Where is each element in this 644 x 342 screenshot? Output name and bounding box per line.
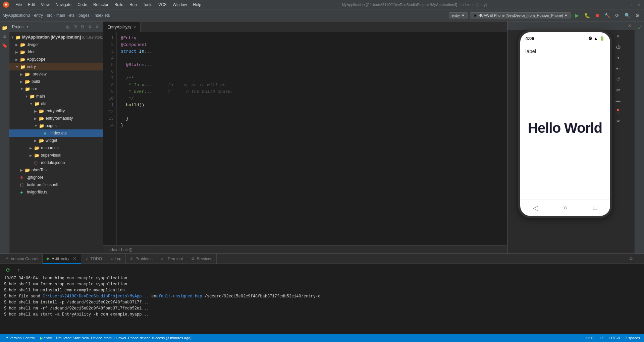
ctrl-menu[interactable]: ≡ bbox=[613, 32, 623, 41]
maximize-button[interactable]: □ bbox=[631, 2, 635, 7]
tree-entry[interactable]: ▼ 📁 entry bbox=[9, 63, 103, 70]
run-settings-button[interactable]: ⚙ bbox=[628, 256, 634, 262]
menu-run[interactable]: Run bbox=[127, 1, 140, 8]
status-line-col[interactable]: 11:12 bbox=[584, 336, 596, 340]
phone-nav-bar[interactable]: ◁ ○ □ bbox=[520, 199, 610, 216]
build-button[interactable]: 🔨 bbox=[603, 11, 611, 19]
bookmarks-icon[interactable]: 🔖 bbox=[1, 42, 8, 49]
breadcrumb-entry[interactable]: entry bbox=[34, 13, 43, 18]
breadcrumb-main[interactable]: main bbox=[56, 13, 65, 18]
run-link-hap[interactable]: efault-unsigned.hap bbox=[156, 294, 202, 299]
tab-problems[interactable]: ⚠ Problems bbox=[126, 254, 157, 264]
tree-gitignore[interactable]: ▶ ⊘ .gitignore bbox=[9, 174, 103, 181]
panel-expand-button[interactable]: ⊞ bbox=[72, 24, 78, 30]
panel-collapse-button[interactable]: ⊟ bbox=[79, 24, 86, 30]
project-icon[interactable]: 📁 bbox=[1, 24, 8, 32]
tree-buildprofile[interactable]: ▶ { } build-profile.json5 bbox=[9, 181, 103, 188]
code-editor[interactable]: 1 2 3 4 5 6 7 8 9 10 11 12 13 14 @Entry … bbox=[103, 32, 507, 245]
ctrl-power[interactable]: ⏻ bbox=[613, 42, 623, 52]
panel-close-button[interactable]: ✕ bbox=[94, 24, 100, 30]
tree-idea[interactable]: ▶ 📂 .idea bbox=[9, 48, 103, 56]
ctrl-wifi[interactable] bbox=[613, 117, 623, 127]
run-close-button[interactable]: — bbox=[635, 256, 641, 262]
tree-widget[interactable]: ▶ 📂 widget bbox=[9, 137, 103, 144]
tab-terminal[interactable]: >_ Terminal bbox=[157, 254, 187, 264]
tree-entryability[interactable]: ▶ 📂 entryability bbox=[9, 107, 103, 115]
menu-edit[interactable]: Edit bbox=[25, 1, 38, 8]
minimize-button[interactable]: — bbox=[625, 2, 629, 7]
tab-close-button[interactable]: × bbox=[133, 24, 136, 30]
menu-view[interactable]: View bbox=[38, 1, 52, 8]
panel-locate-button[interactable]: ◎ bbox=[65, 24, 71, 30]
tree-main[interactable]: ▼ 📁 main bbox=[9, 93, 103, 100]
device-config-dropdown[interactable]: 📱 HUAWEI Phone [NewDevice_from_Huawei_Ph… bbox=[470, 12, 571, 18]
ctrl-location[interactable]: 📍 bbox=[613, 107, 623, 116]
run-tab-close-button[interactable]: ✕ bbox=[73, 256, 77, 261]
ctrl-vol-down[interactable]: ◄ bbox=[613, 53, 623, 62]
tree-appscope[interactable]: ▶ 📂 AppScope bbox=[9, 56, 103, 63]
tree-root[interactable]: ▼ 📁 MyApplication [MyApplication] [C:\Us… bbox=[9, 34, 103, 41]
menu-file[interactable]: File bbox=[13, 1, 24, 8]
search-everywhere-button[interactable]: 🔍 bbox=[623, 11, 631, 19]
ctrl-rotate[interactable]: ↺ bbox=[613, 74, 623, 84]
tree-resources[interactable]: ▶ 📂 resources bbox=[9, 144, 103, 152]
status-encoding[interactable]: UTF-8 bbox=[608, 336, 621, 340]
tree-modulejson5[interactable]: ▶ { } module.json5 bbox=[9, 159, 103, 166]
breadcrumb-src[interactable]: src bbox=[47, 13, 52, 18]
structure-icon[interactable]: ≡ bbox=[1, 33, 8, 40]
breadcrumb-build[interactable]: build() bbox=[121, 247, 132, 252]
status-git[interactable]: ⎇ Version Control bbox=[3, 336, 36, 340]
tree-indexets[interactable]: ▶ ◈ Index.ets bbox=[9, 129, 103, 137]
ctrl-fold[interactable]: ▬ bbox=[613, 96, 623, 105]
tree-ets[interactable]: ▼ 📁 ets bbox=[9, 100, 103, 107]
run-link-path[interactable]: C:\Users\24190\DevEcoStudioProjects\MyAp… bbox=[43, 294, 149, 299]
phone-nav-back-button[interactable]: ◁ bbox=[533, 204, 538, 212]
preview-minimize-button[interactable]: — bbox=[619, 23, 625, 29]
tree-pages[interactable]: ▼ 📁 pages bbox=[9, 122, 103, 129]
preview-close-button[interactable]: ✕ bbox=[627, 23, 633, 29]
tree-ohostest[interactable]: ▶ 📂 ohosTest bbox=[9, 166, 103, 174]
phone-nav-home-button[interactable]: ○ bbox=[564, 204, 568, 212]
tree-src[interactable]: ▼ 📁 src bbox=[9, 85, 103, 93]
code-content[interactable]: @Entry @Component struct In... @State m.… bbox=[117, 32, 507, 245]
breadcrumb-ets[interactable]: ets bbox=[69, 13, 74, 18]
stop-button[interactable]: ⏹ bbox=[593, 11, 601, 19]
menu-navigate[interactable]: Navigate bbox=[53, 1, 74, 8]
menu-tools[interactable]: Tools bbox=[140, 1, 155, 8]
menu-build[interactable]: Build bbox=[112, 1, 126, 8]
panel-settings-button[interactable]: ⚙ bbox=[87, 24, 93, 30]
run-button[interactable]: ▶ bbox=[573, 11, 581, 19]
tab-log[interactable]: ≡ Log bbox=[106, 254, 126, 264]
notifications-icon[interactable]: ✓ bbox=[636, 24, 643, 32]
menu-help[interactable]: Help bbox=[190, 1, 204, 8]
run-scroll-up-button[interactable]: ↑ bbox=[15, 266, 23, 274]
tab-todo[interactable]: ✓ TODO bbox=[81, 254, 106, 264]
menu-code[interactable]: Code bbox=[75, 1, 90, 8]
status-lf[interactable]: LF bbox=[598, 336, 605, 340]
ctrl-vol-up[interactable]: ◄+ bbox=[613, 64, 623, 73]
tab-version-control[interactable]: ⎇ Version Control bbox=[0, 254, 43, 264]
breadcrumb-index[interactable]: Index bbox=[107, 247, 117, 252]
tree-preview[interactable]: ▶ 📂 .preview bbox=[9, 70, 103, 78]
tree-entryformability[interactable]: ▶ 📂 entryformability bbox=[9, 115, 103, 122]
breadcrumb-pages[interactable]: pages bbox=[78, 13, 90, 18]
close-button[interactable]: ✕ bbox=[637, 2, 641, 7]
tab-run[interactable]: ▶ Run entry ✕ bbox=[43, 254, 81, 264]
breadcrumb-app[interactable]: MyApplication3 bbox=[3, 13, 30, 18]
status-spaces[interactable]: 2 spaces bbox=[624, 336, 641, 340]
phone-nav-recent-button[interactable]: □ bbox=[593, 204, 597, 212]
editor-tab-entryability[interactable]: EntryAbility.ts × bbox=[103, 22, 141, 32]
status-run[interactable]: ▶ entry bbox=[39, 336, 53, 340]
tab-services[interactable]: ⚙ Services bbox=[187, 254, 217, 264]
tree-supervisual[interactable]: ▶ 📂 supervisual bbox=[9, 152, 103, 159]
tree-hvigorfile[interactable]: ▶ ◈ hvigorfile.ts bbox=[9, 188, 103, 196]
run-config-dropdown[interactable]: entry ▼ bbox=[449, 12, 468, 18]
tree-hvigor[interactable]: ▶ 📂 .hvigor bbox=[9, 41, 103, 48]
breadcrumb-file[interactable]: Index.ets bbox=[94, 13, 110, 18]
menu-window[interactable]: Window bbox=[170, 1, 190, 8]
menu-vcs[interactable]: VCS bbox=[156, 1, 169, 8]
run-restart-button[interactable]: ⟳ bbox=[4, 266, 12, 274]
settings-button[interactable]: ⚙ bbox=[633, 11, 641, 19]
reload-button[interactable]: ⟳ bbox=[613, 11, 621, 19]
menu-refactor[interactable]: Refactor bbox=[91, 1, 111, 8]
